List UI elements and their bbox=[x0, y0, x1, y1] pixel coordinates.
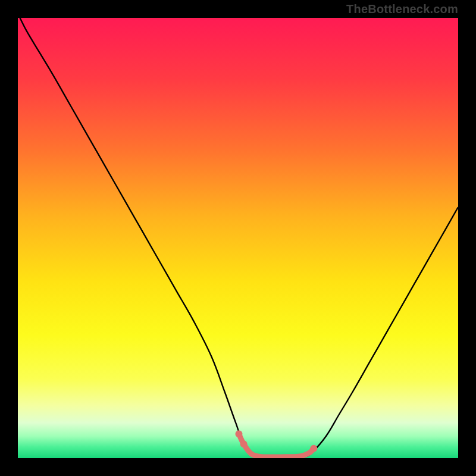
curve-layer bbox=[18, 18, 458, 458]
highlight-segment-dot bbox=[235, 430, 242, 437]
plot-area bbox=[18, 18, 458, 458]
chart-frame: TheBottleneck.com bbox=[0, 0, 476, 476]
highlight-segment-dot bbox=[310, 445, 317, 452]
highlight-segment bbox=[239, 434, 314, 457]
watermark-text: TheBottleneck.com bbox=[346, 2, 458, 16]
highlight-segment-dot bbox=[240, 440, 248, 447]
bottleneck-curve bbox=[18, 18, 458, 458]
